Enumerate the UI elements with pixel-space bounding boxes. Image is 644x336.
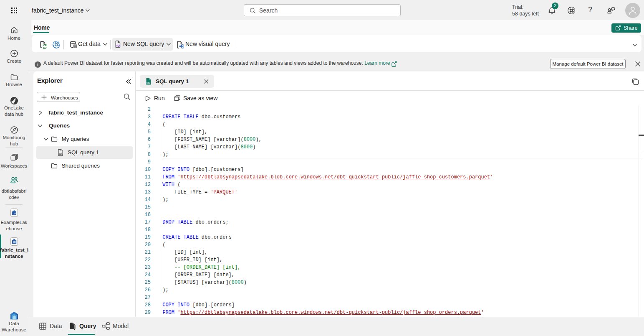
svg-text:SQL: SQL bbox=[146, 82, 150, 84]
svg-text:SQL: SQL bbox=[59, 153, 63, 155]
svg-text:SQL: SQL bbox=[116, 44, 121, 47]
